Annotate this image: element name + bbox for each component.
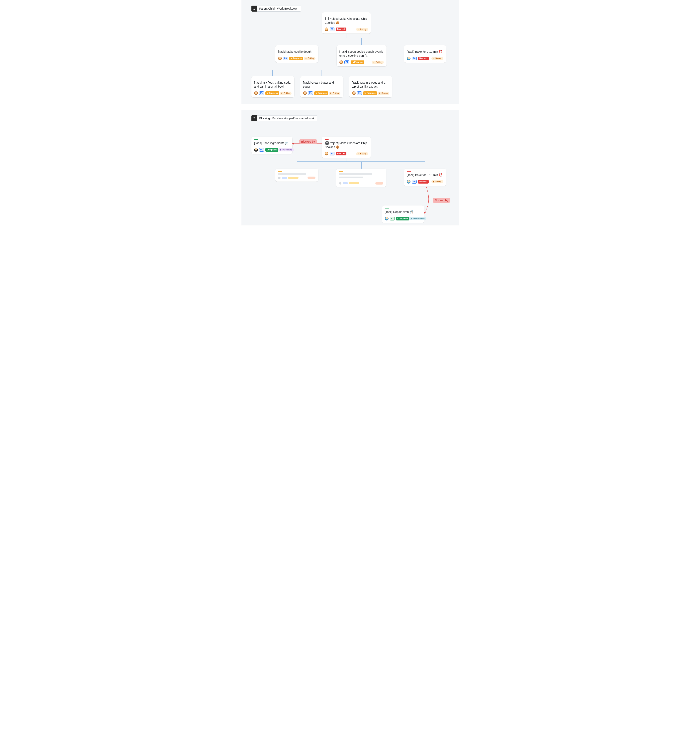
- team-icon: [281, 92, 283, 94]
- status-bar: [407, 48, 411, 48]
- card-title: [Project] Make Chocolate Chip Cookies 🍪: [325, 141, 368, 149]
- category-tag: Purchasing: [278, 148, 294, 151]
- priority-badge: P0: [283, 57, 288, 60]
- assignee-avatar: [303, 91, 307, 95]
- team-icon: [433, 57, 434, 59]
- svg-point-13: [380, 93, 380, 93]
- svg-point-15: [281, 149, 281, 150]
- category-tag: Baking: [329, 92, 340, 95]
- svg-point-4: [374, 62, 374, 62]
- team-icon: [410, 218, 412, 220]
- priority-badge: P0: [412, 57, 417, 60]
- assignee-avatar: [385, 217, 389, 220]
- svg-point-21: [411, 218, 412, 219]
- team-icon: [280, 149, 282, 151]
- status-bar: [303, 79, 307, 79]
- document-icon: [326, 141, 329, 145]
- team-icon: [330, 92, 332, 94]
- card-task-scoop-dough[interactable]: [Task] Scoop cookie dough evenly onto a …: [337, 45, 386, 66]
- status-pill: In Progress: [266, 91, 279, 95]
- status-pill: In Progress: [314, 91, 328, 95]
- priority-badge: P0: [330, 152, 335, 156]
- status-pill: In Progress: [351, 60, 364, 64]
- status-pill: Blocked: [336, 28, 346, 31]
- assignee-avatar: [325, 28, 328, 31]
- svg-point-5: [374, 62, 375, 62]
- section-label: Parent Child - Work Breakdown: [257, 6, 301, 12]
- skeleton-status: [288, 177, 298, 179]
- assignee-avatar: [407, 180, 411, 183]
- skeleton-tag: [375, 182, 383, 185]
- svg-point-18: [433, 181, 434, 182]
- priority-badge: P2: [390, 217, 395, 220]
- svg-point-16: [358, 153, 358, 154]
- blocked-by-label: Blocked by: [433, 198, 450, 203]
- skeleton-status: [349, 182, 360, 184]
- status-pill: Blocked: [418, 57, 429, 60]
- assignee-avatar: [254, 148, 258, 152]
- category-tag: Baking: [280, 92, 292, 95]
- priority-badge: P1: [308, 91, 313, 95]
- card-task-cream-butter[interactable]: [Task] Cream butter and sugar P1 In Prog…: [300, 76, 343, 97]
- card-title: [Task] Scoop cookie dough evenly onto a …: [339, 50, 384, 58]
- status-pill: Completed: [396, 217, 409, 220]
- card-project-make-cookies[interactable]: [Project] Make Chocolate Chip Cookies 🍪 …: [322, 12, 371, 34]
- section-header: 1 Parent Child - Work Breakdown: [251, 6, 301, 12]
- category-tag: Baking: [356, 152, 368, 156]
- priority-badge: P1: [259, 148, 264, 152]
- status-bar: [254, 79, 258, 79]
- skeleton-text: [339, 173, 372, 175]
- card-title: [Task] Cream butter and sugar: [303, 81, 340, 89]
- svg-point-20: [411, 218, 411, 219]
- section-header: 2 Blocking - Escalate stopped/not starte…: [251, 115, 317, 121]
- status-bar: [385, 208, 389, 208]
- status-bar: [339, 48, 343, 48]
- status-pill: Blocked: [336, 152, 346, 156]
- assignee-avatar: [325, 152, 328, 156]
- skeleton-avatar: [278, 177, 280, 179]
- status-pill: In Progress: [363, 91, 377, 95]
- card-task-repair-oven[interactable]: [Task] Repair oven 🛠️ P2 Completed Maint…: [382, 206, 424, 223]
- assignee-avatar: [254, 91, 258, 95]
- card-task-shop-ingredients[interactable]: [Task] Shop ingredients 🛒 P1 Completed P…: [251, 137, 292, 154]
- skeleton-priority: [282, 177, 287, 179]
- svg-point-9: [282, 93, 283, 93]
- skeleton-text: [339, 176, 363, 178]
- card-title: [Task] Bake for 9-11 min ⏰: [407, 50, 443, 54]
- section-number-badge: 2: [251, 115, 257, 121]
- category-tag: Baking: [304, 57, 316, 60]
- category-tag: Baking: [377, 92, 389, 95]
- card-task-bake[interactable]: [Task] Bake for 9-11 min ⏰ P0 Blocked Ba…: [404, 45, 446, 63]
- section-number-badge: 1: [251, 6, 257, 12]
- status-bar: [325, 15, 329, 15]
- category-tag: Baking: [356, 28, 368, 31]
- card-task-mix-eggs[interactable]: [Task] Mix in 2 eggs and a tsp of vanill…: [349, 76, 392, 97]
- status-bar: [407, 171, 411, 172]
- svg-point-1: [359, 29, 359, 29]
- status-pill: Completed: [266, 148, 279, 152]
- svg-point-2: [305, 58, 306, 58]
- card-title: [Task] Repair oven 🛠️: [385, 210, 421, 214]
- card-project-make-cookies[interactable]: [Project] Make Chocolate Chip Cookies 🍪 …: [322, 137, 371, 158]
- category-tag: Maintenance: [409, 217, 426, 220]
- card-title: [Task] Mix in 2 eggs and a tsp of vanill…: [352, 81, 389, 89]
- assignee-avatar: [407, 57, 411, 60]
- card-task-mix-flour[interactable]: [Task] Mix flour, baking soda, and salt …: [251, 76, 294, 97]
- status-bar: [278, 48, 282, 48]
- card-task-bake[interactable]: [Task] Bake for 9-11 min ⏰ P0 Blocked Ba…: [404, 169, 446, 186]
- card-title: [Project] Make Chocolate Chip Cookies 🍪: [325, 17, 368, 25]
- status-bar: [254, 139, 258, 139]
- svg-point-11: [331, 93, 332, 93]
- status-bar: [339, 171, 343, 172]
- priority-badge: P1: [357, 91, 362, 95]
- card-task-make-dough[interactable]: [Task] Make cookie dough P0 In Progress …: [275, 45, 318, 63]
- status-bar: [325, 139, 329, 139]
- svg-point-6: [433, 58, 434, 58]
- team-icon: [357, 28, 360, 30]
- blocked-by-label: Blocked by: [299, 139, 317, 144]
- category-tag: Baking: [372, 61, 384, 64]
- status-bar: [278, 171, 282, 172]
- priority-badge: P0: [330, 28, 335, 31]
- svg-point-8: [281, 92, 282, 93]
- skeleton-avatar: [339, 182, 341, 185]
